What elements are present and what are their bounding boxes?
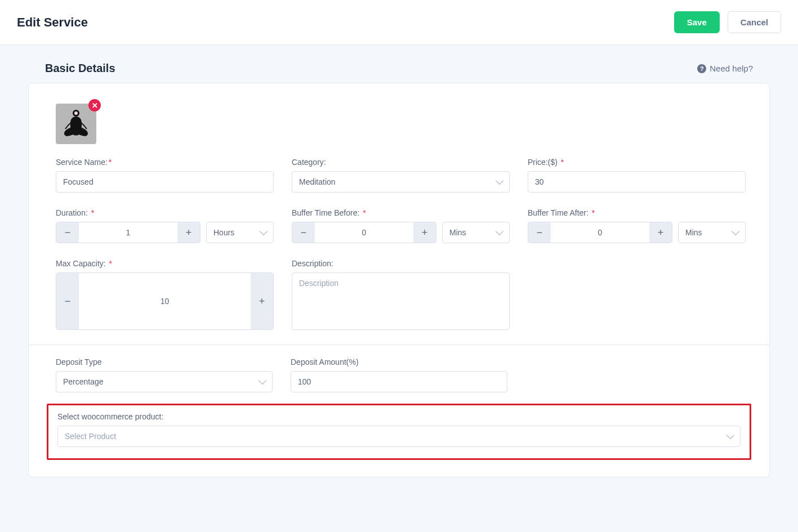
service-name-input[interactable] <box>56 171 274 193</box>
buffer-before-label: Buffer Time Before: * <box>292 208 510 217</box>
close-icon: ✕ <box>92 101 98 110</box>
deposit-type-label: Deposit Type <box>56 357 273 366</box>
duration-increment[interactable]: + <box>177 222 200 243</box>
need-help-link[interactable]: ? Need help? <box>697 64 753 73</box>
duration-label: Duration: * <box>56 208 274 217</box>
duration-unit-select[interactable]: Hours <box>206 222 274 243</box>
duration-input[interactable] <box>79 222 177 243</box>
buffer-after-stepper: − + <box>528 222 672 243</box>
woocommerce-label: Select woocommerce product: <box>57 412 741 421</box>
max-capacity-decrement[interactable]: − <box>56 273 79 329</box>
meditation-figure-icon <box>60 109 92 139</box>
service-image-wrap: ✕ <box>56 104 96 144</box>
buffer-after-increment[interactable]: + <box>649 222 672 243</box>
deposit-type-select[interactable]: Percentage <box>56 371 273 392</box>
chevron-down-icon <box>496 177 503 185</box>
buffer-before-unit-value: Mins <box>449 228 466 237</box>
duration-decrement[interactable]: − <box>56 222 79 243</box>
deposit-type-value: Percentage <box>63 377 104 386</box>
buffer-after-unit-select[interactable]: Mins <box>678 222 746 243</box>
woocommerce-product-select[interactable]: Select Product <box>57 426 741 447</box>
category-value: Meditation <box>299 177 336 186</box>
basic-details-card: ✕ Service Name:* Category: Meditation <box>28 83 770 477</box>
woocommerce-placeholder: Select Product <box>65 432 116 441</box>
price-label: Price:($) * <box>528 158 746 167</box>
description-label: Description: <box>292 259 510 268</box>
buffer-after-input[interactable] <box>551 222 649 243</box>
category-select[interactable]: Meditation <box>292 171 510 193</box>
deposit-amount-input[interactable] <box>291 371 507 392</box>
chevron-down-icon <box>260 227 268 235</box>
buffer-after-decrement[interactable]: − <box>528 222 551 243</box>
category-label: Category: <box>292 158 510 167</box>
buffer-after-unit-value: Mins <box>685 228 702 237</box>
header-actions: Save Cancel <box>674 11 781 33</box>
chevron-down-icon <box>258 377 266 385</box>
save-button[interactable]: Save <box>674 11 720 33</box>
cancel-button[interactable]: Cancel <box>728 11 781 33</box>
help-icon: ? <box>697 64 706 73</box>
duration-unit-value: Hours <box>213 228 234 237</box>
need-help-label: Need help? <box>710 64 753 73</box>
buffer-before-decrement[interactable]: − <box>292 222 315 243</box>
svg-point-1 <box>74 111 78 115</box>
buffer-before-input[interactable] <box>315 222 413 243</box>
description-input[interactable] <box>292 272 510 330</box>
section-title: Basic Details <box>45 62 115 75</box>
max-capacity-stepper: − + <box>56 272 274 330</box>
buffer-before-stepper: − + <box>292 222 436 243</box>
woocommerce-highlight: Select woocommerce product: Select Produ… <box>47 404 751 460</box>
chevron-down-icon <box>732 227 739 235</box>
buffer-after-label: Buffer Time After: * <box>528 208 746 217</box>
max-capacity-label: Max Capacity: * <box>56 259 274 268</box>
buffer-before-increment[interactable]: + <box>413 222 436 243</box>
duration-stepper: − + <box>56 222 200 243</box>
max-capacity-increment[interactable]: + <box>251 273 273 329</box>
page-title: Edit Service <box>17 15 88 30</box>
service-name-label: Service Name:* <box>56 158 274 167</box>
chevron-down-icon <box>726 431 734 439</box>
max-capacity-input[interactable] <box>79 273 251 329</box>
chevron-down-icon <box>496 227 503 235</box>
remove-image-button[interactable]: ✕ <box>88 99 101 111</box>
price-input[interactable] <box>528 171 746 193</box>
buffer-before-unit-select[interactable]: Mins <box>442 222 510 243</box>
deposit-amount-label: Deposit Amount(%) <box>291 357 507 366</box>
